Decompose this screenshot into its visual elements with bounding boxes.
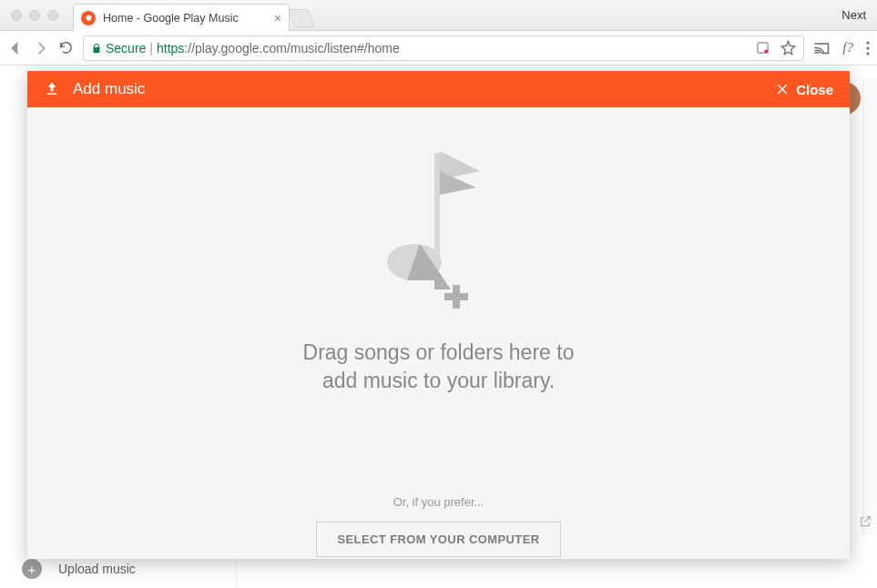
- select-from-computer-button[interactable]: SELECT FROM YOUR COMPUTER: [316, 522, 560, 557]
- tab-close-icon[interactable]: ×: [274, 11, 281, 25]
- new-tab-button[interactable]: [288, 9, 314, 27]
- cast-icon[interactable]: [813, 41, 830, 55]
- or-prefer-label: Or, if you prefer...: [393, 495, 484, 509]
- extension-icon[interactable]: [756, 41, 770, 55]
- sidebar-item-upload-music[interactable]: + Upload music: [22, 559, 136, 579]
- svg-rect-5: [434, 153, 440, 262]
- reload-icon: [58, 40, 74, 56]
- plus-circle-icon: +: [22, 559, 42, 579]
- drag-instructions: Drag songs or folders here to add music …: [303, 339, 575, 395]
- drag-line1: Drag songs or folders here to: [303, 339, 575, 367]
- upload-icon: [44, 81, 60, 97]
- secure-label: Secure: [106, 41, 146, 56]
- browser-tab[interactable]: Home - Google Play Music ×: [73, 4, 290, 31]
- window-zoom-button[interactable]: [47, 10, 58, 21]
- svg-point-4: [866, 52, 869, 55]
- drag-line2: add music to your library.: [303, 367, 575, 395]
- lock-icon: [91, 43, 102, 54]
- window-close-button[interactable]: [11, 10, 22, 21]
- sidebar-item-label: Upload music: [58, 562, 136, 576]
- close-button[interactable]: Close: [776, 82, 833, 97]
- url-host: ://play.google.com: [184, 41, 287, 56]
- scrollbar[interactable]: [862, 78, 877, 535]
- back-button[interactable]: [7, 40, 24, 56]
- svg-rect-8: [444, 293, 468, 300]
- close-label: Close: [796, 82, 833, 97]
- music-note-art: [380, 144, 498, 317]
- close-icon: [776, 83, 789, 96]
- dialog-body[interactable]: Drag songs or folders here to add music …: [27, 107, 850, 559]
- dialog-header: Add music Close: [27, 71, 850, 107]
- back-icon: [7, 40, 24, 56]
- add-music-dialog: Add music Close Drag songs or folders he…: [27, 71, 850, 559]
- svg-point-2: [866, 41, 869, 44]
- url-path: /music/listen#/home: [287, 41, 400, 56]
- tab-favicon: [81, 11, 96, 25]
- star-icon[interactable]: [780, 40, 796, 56]
- extension-f-icon[interactable]: f?: [842, 40, 853, 56]
- tab-title: Home - Google Play Music: [103, 12, 267, 25]
- secure-indicator: Secure: [91, 41, 146, 56]
- browser-toolbar: Secure | https ://play.google.com /music…: [0, 31, 877, 66]
- window-next-label: Next: [841, 8, 866, 22]
- dialog-title: Add music: [73, 80, 145, 98]
- menu-icon[interactable]: [866, 41, 870, 56]
- forward-icon: [33, 40, 49, 56]
- svg-point-3: [866, 46, 869, 49]
- popout-icon[interactable]: [859, 514, 872, 528]
- forward-button[interactable]: [33, 40, 49, 56]
- traffic-lights: [11, 10, 58, 21]
- address-bar[interactable]: Secure | https ://play.google.com /music…: [83, 35, 804, 61]
- window-minimize-button[interactable]: [29, 10, 40, 21]
- window-titlebar: Home - Google Play Music × Next: [0, 0, 877, 31]
- svg-point-1: [765, 49, 769, 53]
- url-scheme: https: [157, 41, 184, 56]
- reload-button[interactable]: [58, 40, 74, 56]
